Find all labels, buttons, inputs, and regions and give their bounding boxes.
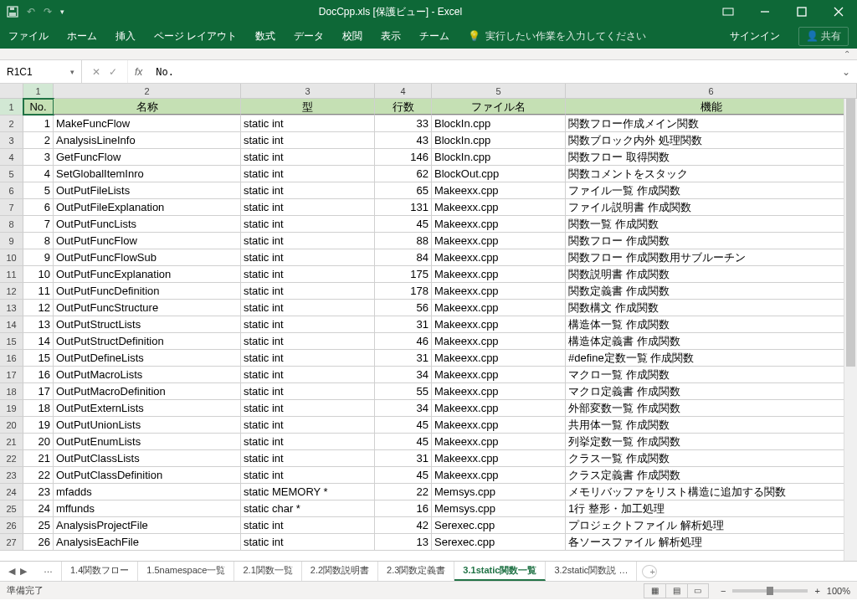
cell[interactable]: OutPutMacroDefinition [54, 383, 241, 399]
cell[interactable]: マクロ一覧 作成関数 [566, 367, 857, 382]
cell[interactable]: Makeexx.cpp [432, 182, 566, 198]
cell[interactable]: 関数ブロック内外 処理関数 [566, 132, 857, 148]
cell[interactable]: Serexec.cpp [432, 517, 566, 533]
row-header[interactable]: 13 [0, 300, 23, 316]
tab-page-layout[interactable]: ページ レイアウト [154, 29, 237, 44]
cell[interactable]: 45 [375, 417, 432, 433]
cell[interactable]: 18 [23, 400, 54, 416]
fx-icon[interactable]: fx [128, 66, 149, 78]
cell[interactable]: Makeexx.cpp [432, 300, 566, 316]
cell[interactable]: 関数フロー 作成関数 [566, 233, 857, 249]
cell[interactable]: 各ソースファイル 解析処理 [566, 534, 857, 550]
cell[interactable]: 46 [375, 333, 432, 349]
cell[interactable]: 構造体一覧 作成関数 [566, 316, 857, 332]
cell[interactable]: 列挙定数一覧 作成関数 [566, 434, 857, 449]
cell[interactable]: 45 [375, 216, 432, 232]
cell[interactable]: 26 [23, 534, 54, 550]
cell[interactable]: Makeexx.cpp [432, 199, 566, 215]
cell[interactable]: static int [241, 249, 375, 265]
cell[interactable]: static int [241, 434, 375, 449]
row-header[interactable]: 23 [0, 467, 23, 483]
row-header[interactable]: 1 [0, 99, 23, 115]
cell[interactable]: BlockOut.cpp [432, 166, 566, 182]
cell[interactable]: Makeexx.cpp [432, 316, 566, 332]
cell[interactable]: 34 [375, 400, 432, 416]
cell[interactable]: 関数定義書 作成関数 [566, 283, 857, 299]
select-all-corner[interactable] [0, 84, 23, 98]
cell[interactable]: クラス定義書 作成関数 [566, 467, 857, 483]
cell[interactable]: static int [241, 450, 375, 466]
cell[interactable]: OutPutMacroLists [54, 367, 241, 382]
row-header[interactable]: 18 [0, 383, 23, 399]
cell[interactable]: Makeexx.cpp [432, 216, 566, 232]
cell[interactable]: 2 [23, 132, 54, 148]
zoom-slider[interactable] [732, 589, 808, 593]
row-header[interactable]: 20 [0, 417, 23, 433]
sheet-tab[interactable]: 1.4関数フロー [62, 562, 138, 581]
cell[interactable]: ファイル説明書 作成関数 [566, 199, 857, 215]
cell[interactable]: OutPutStructLists [54, 316, 241, 332]
cell[interactable]: 56 [375, 300, 432, 316]
cell[interactable]: static int [241, 350, 375, 366]
cell[interactable]: 31 [375, 316, 432, 332]
tab-nav-prev-icon[interactable]: ◀ [8, 566, 15, 577]
cell[interactable]: OutPutFuncLists [54, 216, 241, 232]
tab-review[interactable]: 校閲 [342, 29, 362, 44]
cell[interactable]: 14 [23, 333, 54, 349]
tab-formulas[interactable]: 数式 [255, 29, 275, 44]
row-header[interactable]: 25 [0, 501, 23, 516]
cell[interactable]: static int [241, 166, 375, 182]
zoom-level[interactable]: 100% [827, 586, 850, 596]
cell[interactable]: OutPutFileLists [54, 182, 241, 198]
row-header[interactable]: 14 [0, 316, 23, 332]
tab-file[interactable]: ファイル [8, 29, 49, 44]
cell[interactable]: OutPutExternLists [54, 400, 241, 416]
cell[interactable]: 16 [23, 367, 54, 382]
cell[interactable]: OutPutUnionLists [54, 417, 241, 433]
row-header[interactable]: 4 [0, 149, 23, 165]
cell[interactable]: AnalysisLineInfo [54, 132, 241, 148]
row-header[interactable]: 21 [0, 434, 23, 449]
col-header[interactable]: 2 [54, 84, 241, 98]
cell[interactable]: static int [241, 333, 375, 349]
cell[interactable]: 9 [23, 249, 54, 265]
name-box[interactable]: R1C1▾ [0, 60, 82, 83]
cell[interactable]: 13 [375, 534, 432, 550]
enter-icon[interactable]: ✓ [109, 66, 117, 78]
zoom-in-button[interactable]: + [814, 586, 819, 596]
cell[interactable]: 6 [23, 199, 54, 215]
cell[interactable]: ファイル一覧 作成関数 [566, 182, 857, 198]
cell[interactable]: 行数 [375, 99, 432, 115]
row-header[interactable]: 2 [0, 116, 23, 131]
cell[interactable]: 175 [375, 266, 432, 282]
row-header[interactable]: 11 [0, 266, 23, 282]
cell[interactable]: AnalysisEachFile [54, 534, 241, 550]
tab-data[interactable]: データ [294, 29, 324, 44]
scrollbar-thumb[interactable] [846, 99, 855, 367]
cell[interactable]: 10 [23, 266, 54, 282]
cell[interactable]: 34 [375, 367, 432, 382]
collapse-ribbon-icon[interactable]: ⌃ [844, 49, 850, 59]
close-icon[interactable] [820, 0, 857, 23]
row-header[interactable]: 7 [0, 199, 23, 215]
cancel-icon[interactable]: ✕ [92, 66, 100, 78]
row-header[interactable]: 24 [0, 484, 23, 500]
row-header[interactable]: 19 [0, 400, 23, 416]
cell[interactable]: 20 [23, 434, 54, 449]
cell[interactable]: 146 [375, 149, 432, 165]
cell[interactable]: 84 [375, 249, 432, 265]
cell[interactable]: 8 [23, 233, 54, 249]
cell[interactable]: 関数フロー 作成関数用サブルーチン [566, 249, 857, 265]
cell[interactable]: 1 [23, 116, 54, 131]
row-header[interactable]: 9 [0, 233, 23, 249]
cell[interactable]: #define定数一覧 作成関数 [566, 350, 857, 366]
share-button[interactable]: 👤 共有 [798, 27, 849, 46]
row-header[interactable]: 15 [0, 333, 23, 349]
cell[interactable]: 関数フロー 取得関数 [566, 149, 857, 165]
cell[interactable]: 15 [23, 350, 54, 366]
cell[interactable]: OutPutClassDefinition [54, 467, 241, 483]
cell[interactable]: クラス一覧 作成関数 [566, 450, 857, 466]
row-header[interactable]: 8 [0, 216, 23, 232]
cell[interactable]: 17 [23, 383, 54, 399]
cell[interactable]: 外部変数一覧 作成関数 [566, 400, 857, 416]
